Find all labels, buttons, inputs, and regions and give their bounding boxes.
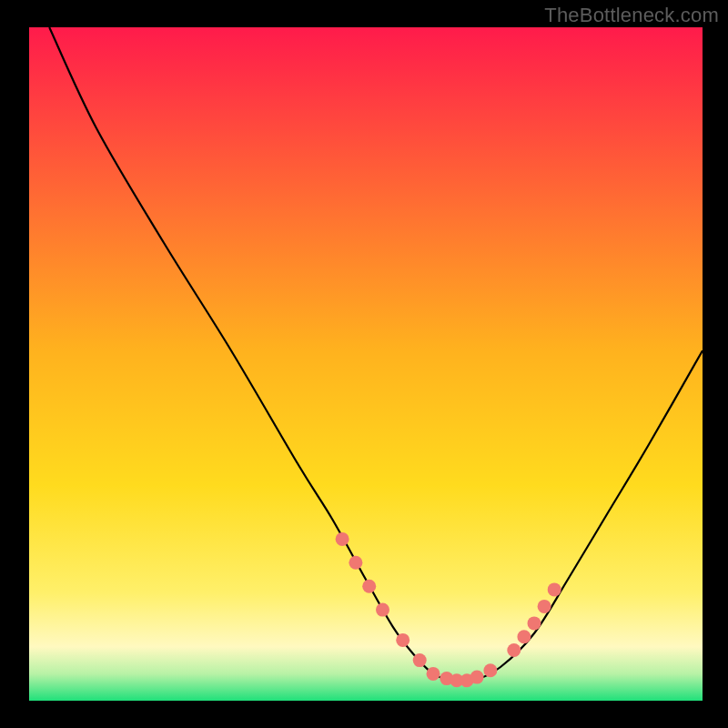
- highlight-dot: [396, 633, 410, 647]
- highlight-dot: [483, 663, 497, 677]
- highlight-dot: [427, 667, 440, 681]
- highlight-dot: [538, 600, 551, 613]
- attribution-label: TheBottleneck.com: [544, 4, 719, 27]
- highlight-dot: [376, 603, 389, 617]
- highlight-dot: [349, 556, 362, 570]
- plot-area: [29, 27, 703, 701]
- highlight-dots: [336, 532, 561, 687]
- highlight-dot: [413, 653, 427, 667]
- highlight-dot: [528, 616, 541, 630]
- highlight-dot: [548, 582, 561, 596]
- bottleneck-curve: [49, 27, 703, 682]
- curve-layer: [29, 27, 703, 701]
- chart-container: TheBottleneck.com: [0, 0, 728, 728]
- highlight-dot: [517, 630, 531, 643]
- highlight-dot: [336, 532, 349, 546]
- highlight-dot: [470, 671, 484, 684]
- highlight-dot: [362, 580, 376, 593]
- highlight-dot: [507, 643, 521, 657]
